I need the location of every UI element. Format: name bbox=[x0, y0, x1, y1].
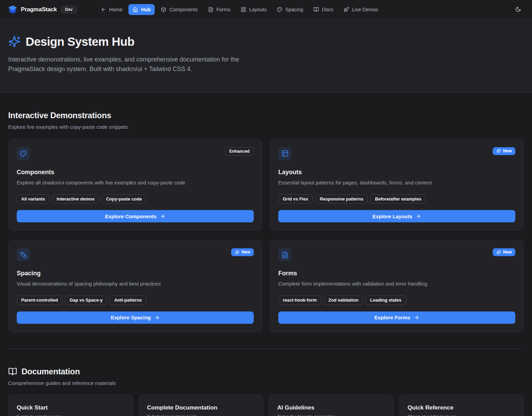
moon-icon bbox=[515, 6, 521, 12]
ruler-icon bbox=[20, 251, 27, 259]
explore-components-button[interactable]: Explore Components bbox=[17, 210, 254, 222]
tag: All variants bbox=[17, 194, 50, 204]
env-badge: Dev bbox=[61, 6, 77, 13]
file-text-icon bbox=[208, 7, 213, 12]
button-label: Explore Forms bbox=[374, 315, 410, 320]
doc-card-title: Complete Documentation bbox=[147, 404, 255, 411]
tag: Gap vs Space-y bbox=[65, 295, 107, 305]
card-title: Forms bbox=[278, 270, 515, 277]
tag: Before/after examples bbox=[370, 194, 426, 204]
doc-card-description: 5-minute crash course bbox=[17, 414, 125, 416]
nav-item-label: Live Demos bbox=[352, 7, 378, 12]
card-title: Layouts bbox=[278, 169, 515, 176]
doc-card-title: AI Guidelines bbox=[277, 404, 385, 411]
nav-item-label: Home bbox=[109, 7, 123, 12]
nav-item-label: Hub bbox=[141, 7, 151, 12]
doc-card-ai-guidelines[interactable]: AI Guidelines Rules for AI code generati… bbox=[269, 394, 394, 416]
nav-item-components[interactable]: Components bbox=[157, 4, 201, 15]
nav-item-label: Docs bbox=[322, 7, 333, 12]
demo-card-components: Enhanced Components Explore all shadcn/u… bbox=[8, 139, 262, 231]
button-label: Explore Components bbox=[105, 213, 157, 219]
nav-item-layouts[interactable]: Layouts bbox=[237, 4, 271, 15]
card-description: Complete form implementations with valid… bbox=[278, 280, 515, 287]
palette-icon bbox=[277, 7, 282, 12]
card-icon-tile bbox=[17, 147, 30, 160]
badge-label: New bbox=[241, 250, 250, 255]
section-divider bbox=[8, 349, 524, 349]
tag: Loading states bbox=[366, 295, 406, 305]
brand-name: PragmaStack bbox=[21, 6, 57, 13]
nav-item-forms[interactable]: Forms bbox=[204, 4, 235, 15]
doc-card-complete-documentation[interactable]: Complete Documentation Full design syste… bbox=[139, 394, 264, 416]
card-title: Components bbox=[17, 169, 254, 176]
nav-item-home[interactable]: Home bbox=[97, 4, 127, 15]
nav-item-live-demos[interactable]: Live Demos bbox=[339, 4, 382, 15]
brand[interactable]: PragmaStack bbox=[8, 5, 57, 14]
file-text-icon bbox=[281, 251, 289, 259]
theme-toggle-button[interactable] bbox=[513, 4, 524, 15]
hero-section: Design System Hub Interactive demonstrat… bbox=[0, 19, 532, 93]
nav-item-label: Components bbox=[169, 7, 197, 12]
layout-grid-icon bbox=[241, 7, 246, 12]
badge-label: New bbox=[503, 149, 512, 154]
doc-card-title: Quick Reference bbox=[408, 404, 516, 411]
docs-section-title: Documentation bbox=[22, 367, 80, 376]
demos-section-title: Interactive Demonstrations bbox=[8, 111, 524, 120]
tag: Anti-patterns bbox=[110, 295, 146, 305]
tag: Grid vs Flex bbox=[278, 194, 312, 204]
nav-item-docs[interactable]: Docs bbox=[309, 4, 337, 15]
rocket-icon bbox=[344, 7, 349, 12]
home-icon bbox=[132, 7, 138, 12]
arrow-right-icon bbox=[416, 213, 421, 219]
doc-card-description: Full design system guide bbox=[147, 414, 255, 416]
tag: Zod validation bbox=[324, 295, 363, 305]
nav-item-hub[interactable]: Hub bbox=[128, 4, 155, 15]
arrow-left-icon bbox=[101, 7, 106, 12]
new-badge: New bbox=[493, 248, 515, 256]
card-description: Essential layout patterns for pages, das… bbox=[278, 179, 515, 186]
sparkles-icon bbox=[8, 36, 20, 48]
doc-card-description: Cheat sheet for lookups bbox=[408, 414, 516, 416]
badge-label: New bbox=[503, 250, 512, 255]
page-title: Design System Hub bbox=[26, 35, 135, 48]
book-open-icon bbox=[8, 367, 17, 376]
card-icon-tile bbox=[278, 147, 291, 160]
docs-section-subtitle: Comprehensive guides and reference mater… bbox=[8, 380, 524, 386]
tag-row: react-hook-form Zod validation Loading s… bbox=[278, 295, 515, 305]
new-badge: New bbox=[493, 147, 515, 155]
sparkles-icon bbox=[235, 250, 239, 255]
nav-item-label: Spacing bbox=[285, 7, 303, 12]
arrow-right-icon bbox=[160, 213, 165, 219]
arrow-right-icon bbox=[154, 315, 160, 320]
card-description: Explore all shadcn/ui components with li… bbox=[17, 179, 254, 186]
tag-row: Grid vs Flex Responsive patterns Before/… bbox=[278, 194, 515, 204]
top-navbar: PragmaStack Dev Home Hub Components Form… bbox=[0, 0, 532, 19]
palette-icon bbox=[20, 150, 27, 157]
nav-item-spacing[interactable]: Spacing bbox=[273, 4, 307, 15]
arrow-right-icon bbox=[414, 315, 419, 320]
doc-card-description: Rules for AI code generation bbox=[277, 414, 385, 416]
nav-item-label: Layouts bbox=[249, 7, 267, 12]
book-open-icon bbox=[313, 7, 319, 12]
explore-forms-button[interactable]: Explore Forms bbox=[278, 311, 515, 324]
tag: Parent-controlled bbox=[17, 295, 62, 305]
main-content: Interactive Demonstrations Explore live … bbox=[0, 111, 532, 416]
layers-icon bbox=[8, 5, 17, 14]
doc-card-quick-reference[interactable]: Quick Reference Cheat sheet for lookups bbox=[399, 394, 524, 416]
main-nav: Home Hub Components Forms Layouts Spacin… bbox=[97, 4, 382, 15]
doc-card-grid: Quick Start 5-minute crash course Comple… bbox=[8, 394, 524, 416]
card-icon-tile bbox=[278, 248, 291, 261]
tag: Responsive patterns bbox=[315, 194, 368, 204]
button-label: Explore Spacing bbox=[111, 315, 151, 320]
tag-row: All variants Interactive demos Copy-past… bbox=[17, 194, 254, 204]
explore-spacing-button[interactable]: Explore Spacing bbox=[17, 311, 254, 324]
demos-section-subtitle: Explore live examples with copy-paste co… bbox=[8, 124, 524, 130]
tag: Interactive demos bbox=[52, 194, 99, 204]
nav-item-label: Forms bbox=[216, 7, 230, 12]
doc-card-quick-start[interactable]: Quick Start 5-minute crash course bbox=[8, 394, 133, 416]
status-badge: Enhanced bbox=[225, 147, 254, 156]
tag-row: Parent-controlled Gap vs Space-y Anti-pa… bbox=[17, 295, 254, 305]
tag: Copy-paste code bbox=[102, 194, 146, 204]
explore-layouts-button[interactable]: Explore Layouts bbox=[278, 210, 515, 222]
card-icon-tile bbox=[17, 248, 30, 261]
